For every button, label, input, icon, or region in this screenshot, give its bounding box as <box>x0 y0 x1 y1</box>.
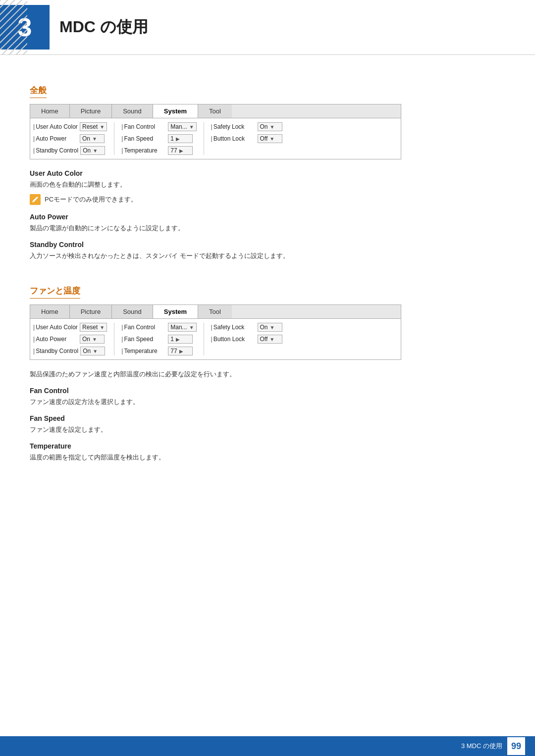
note-text: PCモードでのみ使用できます。 <box>45 195 137 204</box>
page-number: 99 <box>507 737 525 755</box>
tab-picture-1[interactable]: Picture <box>70 104 112 118</box>
row-value-button-lock-1[interactable]: Off ▼ <box>258 134 282 143</box>
diagonal-stripes <box>0 0 27 54</box>
table-row: User Auto Color Reset ▼ <box>33 122 107 131</box>
row-label-fan-control-1: Fan Control <box>121 123 166 130</box>
dropdown-arrow: ▼ <box>269 337 274 342</box>
dropdown-arrow: ▼ <box>189 325 194 330</box>
row-label-fan-speed-1: Fan Speed <box>121 135 166 142</box>
chapter-title: MDC の使用 <box>59 16 148 38</box>
tab-system-1[interactable]: System <box>153 104 198 118</box>
tab-tool-1[interactable]: Tool <box>198 104 232 118</box>
content-area: 全般 Home Picture Sound System Tool User A… <box>0 55 535 497</box>
right-arrow: ▶ <box>179 148 183 153</box>
table-row: Auto Power On ▼ <box>33 335 107 344</box>
table-col-1-2: Fan Control Man... ▼ Fan Speed 1 ▶ Tempe… <box>121 122 196 155</box>
row-label-button-lock-1: Button Lock <box>211 135 256 142</box>
row-value-auto-power-1[interactable]: On ▼ <box>80 134 105 143</box>
pencil-icon <box>32 196 39 203</box>
table-col-2-1: User Auto Color Reset ▼ Auto Power On ▼ … <box>33 323 107 355</box>
fan-speed-section: Fan Speed ファン速度を設定します。 <box>30 414 505 434</box>
dropdown-arrow: ▼ <box>270 124 275 130</box>
user-auto-color-section: User Auto Color 画面の色を自動的に調整します。 PCモードでのみ… <box>30 169 505 205</box>
row-label-standby-2: Standby Control <box>33 348 78 354</box>
auto-power-subtitle: Auto Power <box>30 213 505 221</box>
row-value-reset-1[interactable]: Reset ▼ <box>80 122 107 131</box>
user-auto-color-text: 画面の色を自動的に調整します。 <box>30 180 505 189</box>
table-row: Temperature 77 ▶ <box>121 347 196 355</box>
right-arrow: ▶ <box>176 337 180 342</box>
tab-sound-1[interactable]: Sound <box>112 104 153 118</box>
table-body-1: User Auto Color Reset ▼ Auto Power On ▼ … <box>30 118 401 159</box>
table-row: Standby Control On ▼ <box>33 347 107 355</box>
table-row: User Auto Color Reset ▼ <box>33 323 107 332</box>
table-row: Fan Control Man... ▼ <box>121 323 196 332</box>
col-divider <box>114 323 114 355</box>
table-row: Fan Control Man... ▼ <box>121 122 196 131</box>
row-value-fan-control-2[interactable]: Man... ▼ <box>168 323 196 332</box>
row-label-temperature-2: Temperature <box>121 348 166 354</box>
table-row: Button Lock Off ▼ <box>211 134 282 143</box>
row-value-safety-lock-2[interactable]: On ▼ <box>258 323 282 332</box>
row-value-fan-control-1[interactable]: Man... ▼ <box>168 122 196 131</box>
footer-label: 3 MDC の使用 <box>461 742 502 751</box>
fan-speed-text: ファン速度を設定します。 <box>30 425 505 434</box>
row-label-auto-power-2: Auto Power <box>33 336 78 343</box>
table-row: Standby Control On ▼ <box>33 146 107 155</box>
table-col-1-1: User Auto Color Reset ▼ Auto Power On ▼ … <box>33 122 107 155</box>
temperature-section: Temperature 温度の範囲を指定して内部温度を検出します。 <box>30 442 505 462</box>
table-col-1-3: Safety Lock On ▼ Button Lock Off ▼ <box>211 122 282 155</box>
row-value-button-lock-2[interactable]: Off ▼ <box>258 335 282 344</box>
row-value-temperature-1[interactable]: 77 ▶ <box>168 146 193 155</box>
auto-power-section: Auto Power 製品の電源が自動的にオンになるように設定します。 <box>30 213 505 233</box>
general-heading: 全般 <box>30 85 47 98</box>
fan-temp-heading: ファンと温度 <box>30 285 80 299</box>
row-label-safety-lock-2: Safety Lock <box>211 324 256 331</box>
tab-bar-1: Home Picture Sound System Tool <box>30 104 401 118</box>
row-value-temperature-2[interactable]: 77 ▶ <box>168 347 193 355</box>
tab-home-2[interactable]: Home <box>30 305 70 318</box>
right-arrow: ▶ <box>176 136 180 142</box>
table-row: Auto Power On ▼ <box>33 134 107 143</box>
fan-temp-description: 製品保護のためファン速度と内部温度の検出に必要な設定を行います。 <box>30 370 505 379</box>
auto-power-text: 製品の電源が自動的にオンになるように設定します。 <box>30 224 505 233</box>
col-divider <box>204 323 204 355</box>
table-col-2-3: Safety Lock On ▼ Button Lock Off ▼ <box>211 323 282 355</box>
tab-tool-2[interactable]: Tool <box>198 305 232 318</box>
table-row: Fan Speed 1 ▶ <box>121 335 196 344</box>
tab-system-2[interactable]: System <box>153 305 198 318</box>
dropdown-arrow: ▼ <box>100 325 105 330</box>
table-body-2: User Auto Color Reset ▼ Auto Power On ▼ … <box>30 319 401 359</box>
fan-temp-table: Home Picture Sound System Tool User Auto… <box>30 304 401 360</box>
temperature-subtitle: Temperature <box>30 442 505 450</box>
dropdown-arrow: ▼ <box>100 124 105 130</box>
row-value-auto-power-2[interactable]: On ▼ <box>80 335 105 344</box>
row-label-button-lock-2: Button Lock <box>211 336 256 343</box>
tab-home-1[interactable]: Home <box>30 104 70 118</box>
fan-control-text: ファン速度の設定方法を選択します。 <box>30 398 505 406</box>
right-arrow: ▶ <box>179 349 183 354</box>
row-value-fan-speed-2[interactable]: 1 ▶ <box>168 335 193 344</box>
col-divider <box>204 122 204 155</box>
dropdown-arrow: ▼ <box>270 325 275 330</box>
temperature-text: 温度の範囲を指定して内部温度を検出します。 <box>30 453 505 462</box>
table-row: Fan Speed 1 ▶ <box>121 134 196 143</box>
row-label-standby-1: Standby Control <box>33 147 78 154</box>
general-table: Home Picture Sound System Tool User Auto… <box>30 104 401 159</box>
dropdown-arrow: ▼ <box>269 136 274 142</box>
table-col-2-2: Fan Control Man... ▼ Fan Speed 1 ▶ Tempe… <box>121 323 196 355</box>
row-label-user-auto-color-2: User Auto Color <box>33 324 78 331</box>
user-auto-color-subtitle: User Auto Color <box>30 169 505 177</box>
row-label-user-auto-color-1: User Auto Color <box>33 123 78 130</box>
row-value-safety-lock-1[interactable]: On ▼ <box>258 122 282 131</box>
row-value-standby-1[interactable]: On ▼ <box>80 146 105 155</box>
row-value-reset-2[interactable]: Reset ▼ <box>80 323 107 332</box>
tab-picture-2[interactable]: Picture <box>70 305 112 318</box>
note-row: PCモードでのみ使用できます。 <box>30 194 505 205</box>
general-section: 全般 Home Picture Sound System Tool User A… <box>30 70 505 260</box>
tab-sound-2[interactable]: Sound <box>112 305 153 318</box>
row-label-temperature-1: Temperature <box>121 147 166 154</box>
row-value-standby-2[interactable]: On ▼ <box>80 347 105 355</box>
table-row: Button Lock Off ▼ <box>211 335 282 344</box>
row-value-fan-speed-1[interactable]: 1 ▶ <box>168 134 193 143</box>
